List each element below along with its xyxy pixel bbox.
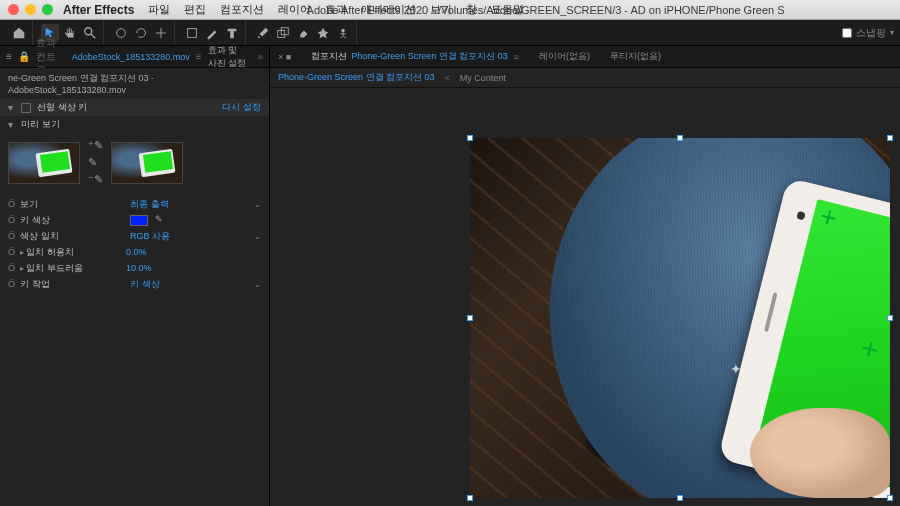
eyedropper-icon[interactable]: ✎ <box>155 214 166 225</box>
svg-rect-2 <box>188 28 197 37</box>
svg-point-0 <box>85 27 92 34</box>
effect-properties: Ö 보기 최종 출력 ⌄ Ö 키 색상 ✎ Ö 색상 일치 RGB 사용 ⌄ <box>0 192 269 296</box>
panel-menu-icon[interactable]: ≡ <box>6 51 12 62</box>
layer-bounding-box[interactable]: ✦ <box>470 138 890 498</box>
composition-panel: × ■ 컴포지션 Phone-Green Screen 연결 컴포지션 03 ≡… <box>270 46 900 506</box>
comp-flowchart-bar: Phone-Green Screen 연결 컴포지션 03 < My Conte… <box>270 68 900 88</box>
prop-view-value[interactable]: 최종 출력 <box>130 198 250 211</box>
tab-effects-presets[interactable]: 효과 및 사진 설정 <box>208 44 248 70</box>
rectangle-tool-icon[interactable] <box>183 24 201 42</box>
stopwatch-icon[interactable]: Ö <box>8 263 20 273</box>
anchor-point-icon[interactable]: ✦ <box>730 361 742 377</box>
footage-preview <box>470 138 890 498</box>
color-swatch[interactable] <box>130 215 148 226</box>
lock-icon[interactable]: 🔒 <box>18 51 30 62</box>
flow-item-mycontent[interactable]: My Content <box>460 73 506 83</box>
eyedropper-stack: ⁺✎ ✎ ⁻✎ <box>88 139 103 186</box>
reset-button[interactable]: 다시 설정 <box>222 101 261 114</box>
stopwatch-icon[interactable]: Ö <box>8 279 20 289</box>
chevron-down-icon[interactable]: ▾ <box>890 28 894 37</box>
transform-handle[interactable] <box>677 495 683 501</box>
flow-item-comp[interactable]: Phone-Green Screen 연결 컴포지션 03 <box>278 71 435 84</box>
preview-source-thumb[interactable] <box>8 142 80 184</box>
panel-menu-icon[interactable]: × ■ <box>278 52 291 62</box>
menu-composition[interactable]: 컴포지션 <box>220 2 264 17</box>
transform-handle[interactable] <box>467 495 473 501</box>
comp-tab-layer[interactable]: 레이어(없음) <box>539 50 590 63</box>
composition-viewer[interactable]: ✦ <box>270 88 900 506</box>
mac-titlebar: After Effects 파일 편집 컴포지션 레이어 효과 애니메이션 보기… <box>0 0 900 20</box>
close-tab-icon[interactable]: ≡ <box>514 52 519 62</box>
prop-key-op-value[interactable]: 키 색상 <box>130 278 250 291</box>
chevron-down-icon[interactable]: ⌄ <box>254 200 261 209</box>
transform-handle[interactable] <box>887 315 893 321</box>
window-controls <box>8 4 53 15</box>
close-window-button[interactable] <box>8 4 19 15</box>
type-tool-icon[interactable] <box>223 24 241 42</box>
expand-icon[interactable]: ▸ <box>20 248 24 257</box>
eyedropper-add-icon[interactable]: ⁺✎ <box>88 139 103 152</box>
prop-match-colors-value[interactable]: RGB 사용 <box>130 230 250 243</box>
transform-handle[interactable] <box>467 135 473 141</box>
eyedropper-icon[interactable]: ✎ <box>88 156 103 169</box>
stopwatch-icon[interactable]: Ö <box>8 247 20 257</box>
prop-tolerance: Ö ▸ 일치 허용치 0.0% <box>0 244 269 260</box>
effect-header-row[interactable]: ▾ 선형 색상 키 다시 설정 <box>0 99 269 116</box>
eyedropper-sub-icon[interactable]: ⁻✎ <box>88 173 103 186</box>
collapse-icon[interactable]: ▾ <box>8 119 13 130</box>
puppet-tool-icon[interactable] <box>334 24 352 42</box>
snapping-toggle[interactable]: 스냅핑 ▾ <box>842 26 894 40</box>
comp-tab-footage[interactable]: 푸티지(없음) <box>610 50 661 63</box>
transform-handle[interactable] <box>677 135 683 141</box>
stopwatch-icon[interactable]: Ö <box>8 199 20 209</box>
brush-tool-icon[interactable] <box>254 24 272 42</box>
svg-point-1 <box>117 28 126 37</box>
preview-label-row: ▾ 미리 보기 <box>0 116 269 133</box>
chevron-down-icon[interactable]: ⌄ <box>254 232 261 241</box>
prop-key-color: Ö 키 색상 ✎ <box>0 212 269 228</box>
effect-controls-tab-bar: ≡ 🔒 효과 컨트롤 AdobeStock_185133280.mov ≡ 효과… <box>0 46 269 68</box>
comp-tab-bar: × ■ 컴포지션 Phone-Green Screen 연결 컴포지션 03 ≡… <box>270 46 900 68</box>
clone-tool-icon[interactable] <box>274 24 292 42</box>
pen-tool-icon[interactable] <box>203 24 221 42</box>
prop-key-color-value[interactable]: ✎ <box>130 214 261 225</box>
transform-handle[interactable] <box>467 315 473 321</box>
anchor-tool-icon[interactable] <box>152 24 170 42</box>
rotate-tool-icon[interactable] <box>132 24 150 42</box>
collapse-icon[interactable]: ▾ <box>8 102 13 113</box>
layer-path: ne-Green Screen 연결 컴포지션 03 · AdobeStock_… <box>0 68 269 99</box>
prop-softness-value[interactable]: 10.0% <box>126 263 261 273</box>
minimize-window-button[interactable] <box>25 4 36 15</box>
comp-tab-active[interactable]: 컴포지션 Phone-Green Screen 연결 컴포지션 03 ≡ <box>311 50 519 63</box>
svg-point-5 <box>341 28 345 32</box>
transform-handle[interactable] <box>887 135 893 141</box>
expand-icon[interactable]: ▸ <box>20 264 24 273</box>
preview-thumbnails: ⁺✎ ✎ ⁻✎ <box>0 133 269 192</box>
preview-label: 미리 보기 <box>21 118 60 131</box>
chevron-down-icon[interactable]: ⌄ <box>254 280 261 289</box>
eraser-tool-icon[interactable] <box>294 24 312 42</box>
app-name: After Effects <box>63 3 134 17</box>
prop-tolerance-value[interactable]: 0.0% <box>126 247 261 257</box>
effect-name: 선형 색상 키 <box>37 101 87 114</box>
menu-file[interactable]: 파일 <box>148 2 170 17</box>
roto-tool-icon[interactable] <box>314 24 332 42</box>
zoom-tool-icon[interactable] <box>81 24 99 42</box>
stopwatch-icon[interactable]: Ö <box>8 215 20 225</box>
orbit-tool-icon[interactable] <box>112 24 130 42</box>
home-icon[interactable] <box>10 24 28 42</box>
snapping-label: 스냅핑 <box>856 26 886 40</box>
menu-edit[interactable]: 편집 <box>184 2 206 17</box>
prop-softness: Ö ▸ 일치 부드러움 10.0% <box>0 260 269 276</box>
transform-handle[interactable] <box>887 495 893 501</box>
maximize-window-button[interactable] <box>42 4 53 15</box>
canvas[interactable]: ✦ <box>470 138 900 506</box>
preview-output-thumb[interactable] <box>111 142 183 184</box>
snapping-checkbox[interactable] <box>842 28 852 38</box>
chevron-left-icon: < <box>445 73 450 83</box>
prop-match-colors: Ö 색상 일치 RGB 사용 ⌄ <box>0 228 269 244</box>
stopwatch-icon[interactable]: Ö <box>8 231 20 241</box>
effect-controls-panel: ≡ 🔒 효과 컨트롤 AdobeStock_185133280.mov ≡ 효과… <box>0 46 270 506</box>
fx-toggle-icon[interactable] <box>21 103 31 113</box>
breadcrumb-clip[interactable]: AdobeStock_185133280.mov <box>72 52 190 62</box>
